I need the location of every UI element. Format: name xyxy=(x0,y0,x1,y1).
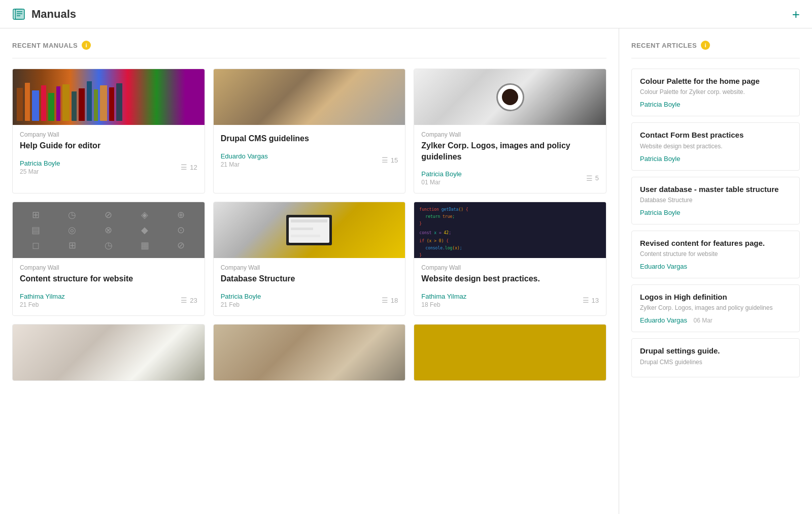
article-subtitle-6: Drupal CMS guidelines xyxy=(640,359,791,366)
card-pages-2: ☰ 15 xyxy=(382,156,398,164)
card-category-1: Company Wall xyxy=(20,131,197,138)
manual-card-3[interactable]: Company Wall Zylker Corp. Logos, images … xyxy=(414,69,606,194)
add-manual-button[interactable]: + xyxy=(792,8,800,21)
card-image-6: function getData() { return true; } cons… xyxy=(414,202,606,258)
pages-icon-5: ☰ xyxy=(382,296,388,304)
pages-icon-6: ☰ xyxy=(583,296,589,304)
header-left: Manuals xyxy=(12,7,76,21)
card-pages-1: ☰ 12 xyxy=(181,163,197,171)
section-divider xyxy=(12,58,606,58)
pages-count-6: 13 xyxy=(592,297,599,304)
card-body-5: Company Wall Database Structure Patricia… xyxy=(214,258,405,315)
card-footer-4: Fathima Yilmaz 21 Feb ☰ 23 xyxy=(20,293,197,308)
card-category-6: Company Wall xyxy=(421,264,599,271)
card-body-3: Company Wall Zylker Corp. Logos, images … xyxy=(414,125,606,193)
manual-card-4[interactable]: ⊞ ◷ ⊘ ◈ ⊕ ▤ ◎ ⊗ ◆ ⊙ ◻ ⊞ ◷ ▦ ⊘ Company Wa… xyxy=(12,202,205,316)
card-title-1: Help Guide for editor xyxy=(20,140,197,151)
card-date-5: 21 Feb xyxy=(221,301,261,308)
card-image-8 xyxy=(214,325,405,380)
article-subtitle-5: Zylker Corp. Logos, images and policy gu… xyxy=(640,304,791,311)
article-item-5[interactable]: Logos in High definition Zylker Corp. Lo… xyxy=(631,284,800,332)
manuals-app-icon xyxy=(12,7,26,21)
manual-card-2[interactable]: Drupal CMS guidelines Eduardo Vargas 21 … xyxy=(213,69,406,194)
card-category-4: Company Wall xyxy=(20,264,197,271)
app-title: Manuals xyxy=(31,8,76,21)
card-author-5: Patricia Boyle xyxy=(221,293,261,300)
article-title-3: User database - master table structure xyxy=(640,184,791,195)
card-title-4: Content structure for website xyxy=(20,273,197,284)
card-body-6: Company Wall Website design best practic… xyxy=(414,258,606,315)
pages-icon-3: ☰ xyxy=(586,174,593,182)
recent-articles-header: RECENT ARTICLES i xyxy=(631,41,800,50)
card-body-4: Company Wall Content structure for websi… xyxy=(13,258,205,315)
card-image-1 xyxy=(13,69,205,125)
article-item-2[interactable]: Contact Form Best practices Website desi… xyxy=(631,122,800,170)
card-date-1: 25 Mar xyxy=(20,168,60,175)
article-item-6[interactable]: Drupal settings guide. Drupal CMS guidel… xyxy=(631,338,800,377)
card-category-3: Company Wall xyxy=(421,131,599,138)
manual-card-6[interactable]: function getData() { return true; } cons… xyxy=(414,202,606,316)
card-author-block-6: Fathima Yilmaz 18 Feb xyxy=(421,293,466,308)
card-title-3: Zylker Corp. Logos, images and policy gu… xyxy=(421,140,599,162)
article-author-1: Patricia Boyle xyxy=(640,101,680,108)
article-subtitle-3: Database Structure xyxy=(640,197,791,204)
right-panel: RECENT ARTICLES i Colour Palette for the… xyxy=(619,28,812,514)
pages-icon-4: ☰ xyxy=(181,296,187,304)
card-image-5 xyxy=(214,202,405,258)
manual-card-7[interactable] xyxy=(12,324,205,381)
article-author-5: Eduardo Vargas xyxy=(640,316,687,324)
card-footer-3: Patricia Boyle 01 Mar ☰ 5 xyxy=(421,170,599,186)
article-author-2: Patricia Boyle xyxy=(640,155,680,163)
article-title-2: Contact Form Best practices xyxy=(640,130,791,140)
card-title-5: Database Structure xyxy=(221,273,398,284)
left-panel: RECENT MANUALS i xyxy=(0,28,619,514)
articles-section-divider xyxy=(631,58,800,58)
article-footer-4: Eduardo Vargas xyxy=(640,262,791,271)
app-header: Manuals + xyxy=(0,0,812,28)
article-title-5: Logos in High definition xyxy=(640,292,791,302)
card-image-3 xyxy=(414,69,606,125)
pages-count-3: 5 xyxy=(595,174,599,182)
recent-articles-info-icon[interactable]: i xyxy=(701,41,710,50)
card-category-5: Company Wall xyxy=(221,264,398,271)
article-item-3[interactable]: User database - master table structure D… xyxy=(631,177,800,224)
card-footer-2: Eduardo Vargas 21 Mar ☰ 15 xyxy=(221,152,398,168)
pages-count-2: 15 xyxy=(391,156,398,164)
article-author-4: Eduardo Vargas xyxy=(640,263,687,270)
recent-manuals-info-icon[interactable]: i xyxy=(82,41,91,50)
card-date-3: 01 Mar xyxy=(421,179,461,186)
article-item-4[interactable]: Revised content for features page. Conte… xyxy=(631,231,800,278)
card-author-3: Patricia Boyle xyxy=(421,170,461,178)
article-title-6: Drupal settings guide. xyxy=(640,346,791,356)
card-title-6: Website design best practices. xyxy=(421,273,599,284)
card-author-4: Fathima Yilmaz xyxy=(20,293,65,300)
pages-count-5: 18 xyxy=(391,297,398,304)
article-footer-1: Patricia Boyle xyxy=(640,100,791,109)
recent-manuals-header: RECENT MANUALS i xyxy=(12,41,606,50)
main-layout: RECENT MANUALS i xyxy=(0,28,812,514)
card-title-2: Drupal CMS guidelines xyxy=(221,133,398,144)
article-item-1[interactable]: Colour Palette for the home page Colour … xyxy=(631,69,800,116)
manual-card-8[interactable] xyxy=(213,324,406,381)
article-subtitle-1: Colour Palette for Zylker corp. website. xyxy=(640,88,791,95)
card-date-6: 18 Feb xyxy=(421,301,466,308)
manual-card-1[interactable]: Company Wall Help Guide for editor Patri… xyxy=(12,69,205,194)
article-subtitle-4: Content structure for website xyxy=(640,250,791,258)
card-pages-4: ☰ 23 xyxy=(181,296,197,304)
card-body-2: Drupal CMS guidelines Eduardo Vargas 21 … xyxy=(214,125,405,175)
card-image-7 xyxy=(13,325,205,380)
card-author-block-4: Fathima Yilmaz 21 Feb xyxy=(20,293,65,308)
recent-articles-title: RECENT ARTICLES xyxy=(631,42,697,49)
articles-list: Colour Palette for the home page Colour … xyxy=(631,69,800,377)
article-footer-3: Patricia Boyle xyxy=(640,208,791,217)
card-author-block-3: Patricia Boyle 01 Mar xyxy=(421,170,461,186)
article-title-1: Colour Palette for the home page xyxy=(640,76,791,86)
manual-card-9[interactable] xyxy=(414,324,606,381)
card-author-block-1: Patricia Boyle 25 Mar xyxy=(20,159,60,175)
manual-card-5[interactable]: Company Wall Database Structure Patricia… xyxy=(213,202,406,316)
pages-icon-1: ☰ xyxy=(181,163,187,171)
card-author-block-5: Patricia Boyle 21 Feb xyxy=(221,293,261,308)
card-footer-5: Patricia Boyle 21 Feb ☰ 18 xyxy=(221,293,398,308)
card-author-1: Patricia Boyle xyxy=(20,159,60,167)
card-author-block-2: Eduardo Vargas 21 Mar xyxy=(221,152,268,168)
